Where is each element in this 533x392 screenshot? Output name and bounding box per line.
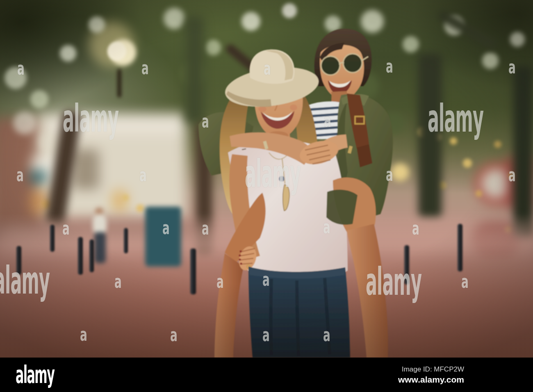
vignette-overlay (0, 0, 533, 358)
image-id-text: Image ID: MFCP2W (402, 365, 464, 374)
bottom-bar: alamy Image ID: MFCP2W www.alamy.com (0, 358, 533, 392)
photo: alamyalamyalamyalamyalamyaaaaaaaaaaaaaaa… (0, 0, 533, 358)
alamy-url-text: www.alamy.com (398, 375, 464, 385)
bottom-bar-right: Image ID: MFCP2W www.alamy.com (398, 358, 464, 392)
alamy-logo: alamy (16, 358, 54, 392)
alamy-stock-photo-page: alamyalamyalamyalamyalamyaaaaaaaaaaaaaaa… (0, 0, 533, 392)
